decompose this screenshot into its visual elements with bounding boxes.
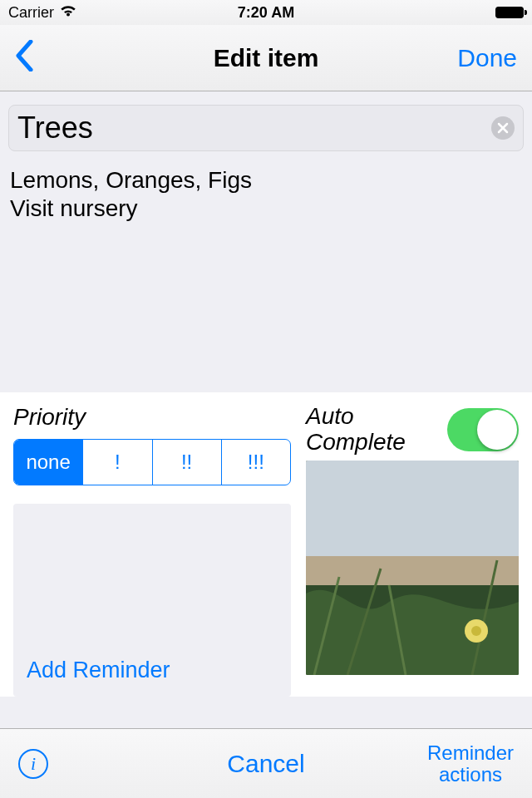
switch-knob: [477, 410, 517, 450]
item-image[interactable]: [306, 461, 519, 675]
priority-medium[interactable]: !!: [153, 440, 222, 485]
title-field-wrapper: [8, 105, 524, 151]
reminder-actions-button[interactable]: Reminderactions: [427, 742, 514, 784]
status-bar: Carrier 7:20 AM: [0, 0, 532, 25]
notes-text: Lemons, Oranges, Figs Visit nursery: [10, 166, 522, 222]
priority-none[interactable]: none: [14, 440, 83, 485]
battery-icon: [495, 7, 524, 18]
bottom-toolbar: i Cancel Reminderactions: [0, 728, 532, 798]
clock: 7:20 AM: [0, 4, 532, 22]
page-title: Edit item: [0, 44, 532, 72]
reminder-box[interactable]: Add Reminder: [13, 504, 291, 697]
add-reminder-button[interactable]: Add Reminder: [27, 658, 170, 683]
notes-area[interactable]: Lemons, Oranges, Figs Visit nursery: [0, 160, 532, 392]
autocomplete-switch[interactable]: [447, 408, 519, 451]
done-button[interactable]: Done: [457, 44, 517, 72]
clear-title-button[interactable]: [491, 116, 515, 140]
priority-low[interactable]: !: [83, 440, 152, 485]
lower-panel: Priority none ! !! !!! Add Reminder Auto…: [0, 392, 532, 697]
priority-high[interactable]: !!!: [222, 440, 290, 485]
nav-bar: Edit item Done: [0, 25, 532, 91]
autocomplete-row: AutoComplete: [306, 404, 519, 456]
content-area: Lemons, Oranges, Figs Visit nursery: [0, 105, 532, 392]
title-input[interactable]: [17, 111, 491, 145]
svg-rect-0: [306, 461, 519, 560]
priority-segmented: none ! !! !!!: [13, 439, 291, 485]
priority-label: Priority: [13, 404, 291, 431]
svg-point-4: [471, 626, 481, 636]
autocomplete-label: AutoComplete: [306, 404, 406, 456]
